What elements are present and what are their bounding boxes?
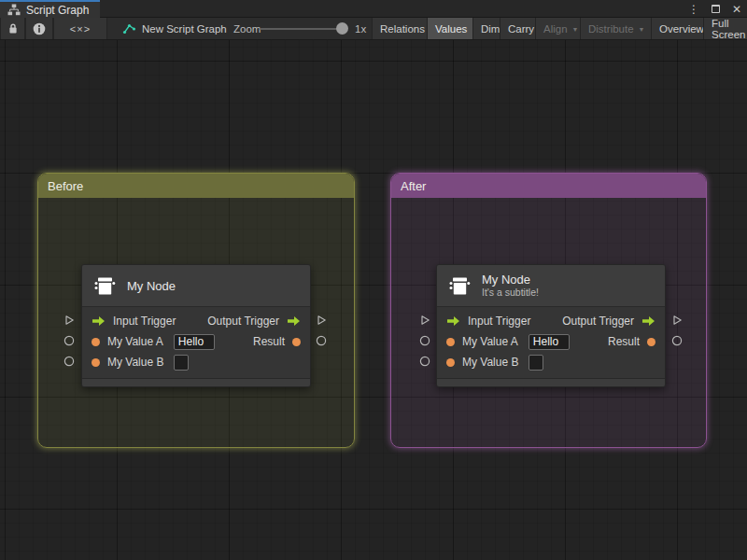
zoom-label: Zoom [233,18,261,39]
flow-output-pin-icon[interactable] [641,315,655,327]
external-value-input-port[interactable] [63,335,75,346]
code-preview-button[interactable]: <×> [53,18,107,39]
chevron-down-icon: ▼ [639,26,645,33]
lock-icon [7,22,19,35]
input-trigger-label: Input Trigger [113,315,176,328]
window-controls: ⋮ ✕ [688,0,741,18]
node-subtitle: It's a subtitle! [482,287,539,299]
node-after-header[interactable]: My Node It's a subtitle! [437,265,665,307]
my-value-b-field[interactable] [529,355,543,371]
tab-title: Script Graph [26,4,89,17]
value-input-pin-icon[interactable] [446,358,455,367]
value-input-pin-icon[interactable] [92,358,100,367]
port-row-value-a: My Value A Result [437,331,665,352]
output-trigger-label: Output Trigger [562,315,634,328]
external-value-input-port[interactable] [419,335,430,346]
value-input-pin-icon[interactable] [92,338,100,346]
close-icon[interactable]: ✕ [732,4,741,15]
values-button[interactable]: Values [427,18,475,39]
group-after-header[interactable]: After [391,174,706,198]
my-value-a-field[interactable] [174,334,215,350]
external-value-input-port[interactable] [419,356,430,367]
graph-canvas[interactable]: Before After My Node [0,40,747,560]
my-value-a-label: My Value A [462,335,518,348]
external-value-input-port[interactable] [63,356,75,367]
chevron-down-icon: ▼ [572,26,579,33]
overview-label: Overview [659,23,704,35]
unit-node-icon [93,274,117,298]
value-output-pin-icon[interactable] [292,338,301,346]
my-value-b-field[interactable] [174,355,189,371]
script-graph-node-icon [122,22,136,35]
node-footer [437,378,665,386]
my-value-a-label: My Value A [107,335,163,348]
node-footer [82,378,310,386]
tab-bar: Script Graph ⋮ ✕ [0,0,747,18]
port-row-value-b: My Value B [82,352,310,372]
external-flow-input-port[interactable] [419,315,430,326]
external-flow-output-port[interactable] [316,315,327,326]
node-before-header[interactable]: My Node [82,265,310,307]
graph-hierarchy-icon [7,4,21,16]
graph-breadcrumb[interactable]: New Script Graph [122,18,227,39]
graph-toolbar: <×> New Script Graph Zoom 1x Relations V… [0,18,747,40]
align-label: Align [543,23,568,35]
port-row-trigger: Input Trigger Output Trigger [437,311,665,331]
node-title: My Node [127,279,176,293]
relations-button[interactable]: Relations [372,18,433,39]
flow-input-pin-icon[interactable] [446,315,460,327]
external-flow-input-port[interactable] [63,315,75,326]
maximize-icon[interactable] [712,5,720,13]
value-input-pin-icon[interactable] [446,338,455,346]
my-value-b-label: My Value B [462,356,518,369]
lock-button[interactable] [0,18,25,39]
input-trigger-label: Input Trigger [468,315,530,328]
zoom-value: 1x [355,18,366,39]
zoom-slider-handle[interactable] [336,22,348,35]
unit-node-icon [448,274,472,298]
kebab-menu-icon[interactable]: ⋮ [688,4,699,15]
dim-label: Dim [481,23,500,35]
port-row-value-a: My Value A Result [82,331,310,352]
port-row-value-b: My Value B [437,352,665,372]
node-my-node-before[interactable]: My Node Input Trigger Output Trigger [81,264,311,387]
relations-label: Relations [380,23,425,35]
external-flow-output-port[interactable] [671,315,683,326]
info-button[interactable] [25,18,53,39]
port-row-trigger: Input Trigger Output Trigger [82,311,310,331]
fullscreen-label: Full Screen [712,18,747,40]
group-before-title: Before [48,179,83,193]
group-before-header[interactable]: Before [38,174,354,198]
node-my-node-after[interactable]: My Node It's a subtitle! Input Trigger O… [436,264,666,387]
flow-input-pin-icon[interactable] [92,315,106,327]
group-after-title: After [401,179,426,193]
distribute-label: Distribute [588,23,634,35]
external-value-output-port[interactable] [671,335,683,346]
external-value-output-port[interactable] [316,335,327,346]
distribute-dropdown[interactable]: Distribute ▼ [580,18,654,39]
code-icon: <×> [70,23,91,35]
tab-script-graph[interactable]: Script Graph [0,0,100,18]
my-value-a-field[interactable] [529,334,570,350]
values-label: Values [435,23,467,35]
script-graph-window: Script Graph ⋮ ✕ <×> [0,0,747,560]
value-output-pin-icon[interactable] [647,338,655,346]
flow-output-pin-icon[interactable] [287,315,301,327]
fullscreen-button[interactable]: Full Screen [703,18,747,39]
output-trigger-label: Output Trigger [207,315,279,328]
carry-label: Carry [508,23,534,35]
result-label: Result [253,335,285,348]
breadcrumb-label: New Script Graph [142,23,227,35]
my-value-b-label: My Value B [107,356,163,369]
info-icon [33,22,46,35]
node-title: My Node [482,273,539,287]
result-label: Result [608,335,640,348]
zoom-slider-track[interactable] [260,28,347,30]
